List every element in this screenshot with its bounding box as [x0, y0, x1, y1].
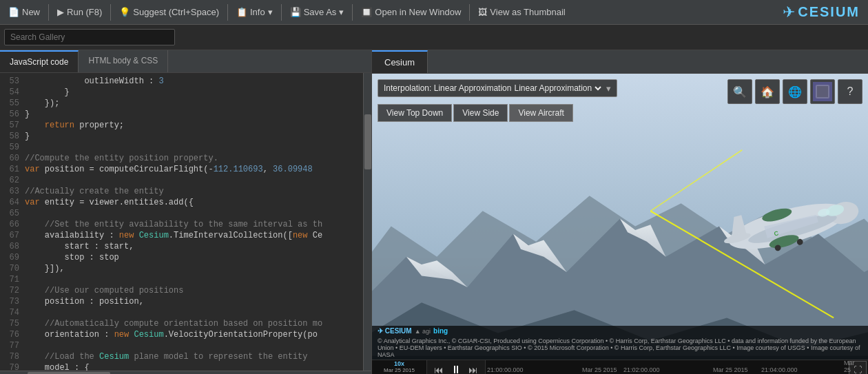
view-aircraft-label: View Aircraft — [518, 108, 564, 118]
table-row: 77 — [0, 340, 363, 351]
toolbar: 📄 New ▶ Run (F8) 💡 Suggest (Ctrl+Space) … — [0, 0, 868, 25]
js-tab-label: JavaScript code — [10, 57, 68, 67]
satellite-icon-button[interactable] — [810, 79, 835, 104]
info-button[interactable]: 📋 Info ▾ — [231, 4, 278, 20]
sep4 — [281, 4, 282, 21]
run-button[interactable]: ▶ Run (F8) — [52, 4, 107, 20]
cesium-tab-item[interactable]: Cesium — [372, 50, 428, 73]
table-row: 75 //Automatically compute orientation b… — [0, 318, 363, 329]
forward-button[interactable]: ⏭ — [466, 363, 481, 375]
code-content: 53 outlineWidth : 354 }55 });56}57 retur… — [0, 73, 363, 371]
table-row: 68 start : start, — [0, 241, 363, 252]
table-row: 56} — [0, 109, 363, 120]
tl-t4: Mar 25 2015 — [713, 366, 748, 373]
table-row: 78 //Load the Cesium plane model to repr… — [0, 351, 363, 362]
viewport: C Interpolation: Linear Approximation Li… — [372, 74, 868, 374]
sep1 — [48, 4, 49, 21]
view-side-label: View Side — [462, 108, 499, 118]
new-button[interactable]: 📄 New — [3, 4, 45, 20]
cesium-logo-icon: ✈ — [783, 3, 795, 21]
table-row: 70 }]), — [0, 263, 363, 274]
sep3 — [227, 4, 228, 21]
code-area[interactable]: 53 outlineWidth : 354 }55 });56}57 retur… — [0, 73, 371, 371]
table-row: 57 return property; — [0, 120, 363, 131]
code-tabs: JavaScript code HTML body & CSS — [0, 50, 371, 73]
playback-controls: ⏮ ⏸ ⏭ — [427, 360, 486, 374]
saveas-icon: 💾 — [290, 7, 301, 17]
table-row: 55 }); — [0, 98, 363, 109]
saveas-label: Save As — [304, 7, 337, 17]
table-row: 60//Compute the entity position property… — [0, 153, 363, 164]
search-bar — [0, 25, 868, 50]
time-display: 10x Mar 25 2015 21:03:44 UTC — [372, 360, 427, 374]
table-row: 65 — [0, 208, 363, 219]
table-row: 73 position : position, — [0, 296, 363, 307]
credits-text: © Analytical Graphics Inc., © CGIAR-CSI,… — [378, 337, 862, 358]
globe-icon-button[interactable]: 🌐 — [783, 79, 807, 104]
table-row: 61var position = computeCircularFlight(-… — [0, 164, 363, 175]
table-row: 71 — [0, 274, 363, 285]
sep5 — [352, 4, 353, 21]
html-tab-label: HTML body & CSS — [88, 56, 158, 65]
viewport-bottom: ✈ CESIUM ▲ agi bing © Analytical Graphic… — [372, 326, 868, 374]
code-scrollbar-thumb[interactable] — [364, 114, 371, 169]
sep6 — [469, 4, 470, 21]
table-row: 54 } — [0, 87, 363, 98]
code-scrollbar[interactable] — [363, 73, 371, 371]
tl-t6: Mar 25 2015 — [844, 360, 858, 375]
view-buttons: View Top Down View Side View Aircraft — [378, 104, 573, 122]
tl-t1: 21:00:00.000 — [487, 366, 524, 373]
view-aircraft-button[interactable]: View Aircraft — [509, 104, 572, 122]
help-icon-button[interactable]: ? — [838, 79, 862, 104]
table-row: 53 outlineWidth : 3 — [0, 76, 363, 87]
suggest-label: Suggest (Ctrl+Space) — [133, 7, 219, 17]
cesium-tab-bar: Cesium — [372, 50, 868, 74]
table-row: 63//Actually create the entity — [0, 186, 363, 197]
tl-t3: 21:02:00.000 — [623, 366, 660, 373]
left-panel: JavaScript code HTML body & CSS 53 outli… — [0, 50, 372, 374]
table-row: 64var entity = viewer.entities.add({ — [0, 197, 363, 208]
thumbnail-button[interactable]: 🖼 View as Thumbnail — [473, 4, 570, 20]
view-side-button[interactable]: View Side — [453, 104, 508, 122]
table-row: 62 — [0, 175, 363, 186]
info-dropdown-icon: ▾ — [268, 7, 273, 17]
sep2 — [110, 4, 111, 21]
tab-html[interactable]: HTML body & CSS — [79, 50, 168, 72]
right-panel: Cesium — [372, 50, 868, 374]
table-row: 79 model : { — [0, 362, 363, 371]
suggest-button[interactable]: 💡 Suggest (Ctrl+Space) — [114, 4, 225, 20]
interpolation-dropdown-icon: ▾ — [606, 83, 611, 94]
interpolation-select[interactable]: Linear Approximation Hermite Polynomial … — [511, 83, 603, 94]
thumbnail-label: View as Thumbnail — [490, 7, 565, 17]
timeline-track[interactable]: 21:00:00.000 Mar 25 2015 21:02:00.000 Ma… — [486, 360, 849, 374]
date-label: Mar 25 2015 — [384, 367, 415, 373]
interpolation-label: Interpolation: Linear Approximation — [384, 83, 511, 93]
home-icon-button[interactable]: 🏠 — [755, 79, 780, 104]
rewind-button[interactable]: ⏮ — [431, 363, 446, 375]
table-row: 66 //Set the entity availability to the … — [0, 219, 363, 230]
tl-t5: 21:04:00.000 — [761, 366, 798, 373]
run-label: Run (F8) — [67, 7, 102, 17]
tab-javascript[interactable]: JavaScript code — [0, 50, 79, 72]
speed-label: 10x — [394, 360, 404, 367]
run-icon: ▶ — [57, 7, 64, 17]
table-row: 58} — [0, 131, 363, 142]
tl-t2: Mar 25 2015 — [582, 366, 617, 373]
new-label: New — [22, 7, 40, 17]
saveas-button[interactable]: 💾 Save As ▾ — [285, 4, 350, 20]
cesium-credit-logo: ✈ CESIUM — [378, 327, 412, 335]
open-new-button[interactable]: 🔲 Open in New Window — [355, 4, 466, 20]
table-row: 59 — [0, 142, 363, 153]
horizontal-scrollbar[interactable] — [0, 371, 371, 374]
main-area: JavaScript code HTML body & CSS 53 outli… — [0, 50, 868, 374]
thumbnail-icon: 🖼 — [478, 7, 487, 17]
open-new-icon: 🔲 — [361, 7, 372, 17]
view-top-down-button[interactable]: View Top Down — [378, 104, 452, 122]
search-icon-button[interactable]: 🔍 — [727, 79, 752, 104]
table-row: 76 orientation : new Cesium.VelocityOrie… — [0, 329, 363, 340]
interpolation-bar[interactable]: Interpolation: Linear Approximation Line… — [378, 79, 617, 97]
play-pause-button[interactable]: ⏸ — [448, 362, 464, 375]
info-label: Info — [250, 7, 265, 17]
credits-bar: ✈ CESIUM ▲ agi bing © Analytical Graphic… — [372, 326, 868, 360]
search-input[interactable] — [4, 29, 175, 45]
